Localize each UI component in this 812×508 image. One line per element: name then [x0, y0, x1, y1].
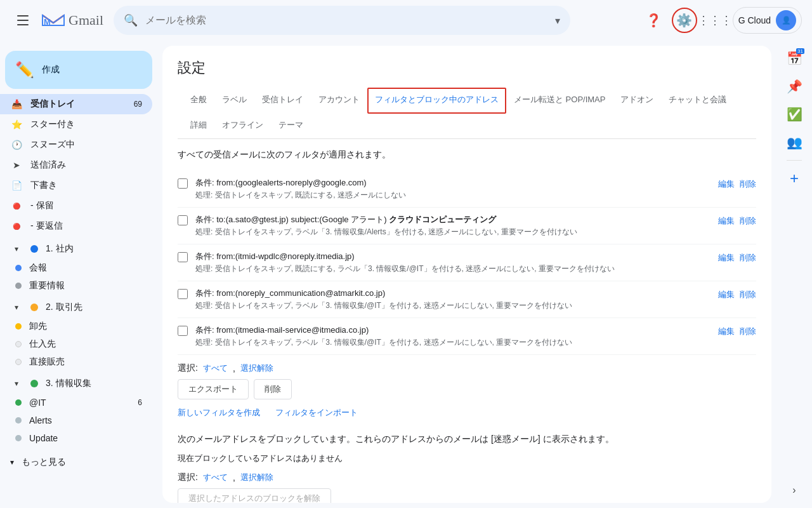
- block-select-label: 選択:: [178, 472, 198, 483]
- filter-4-content: 条件: from:(noreply_communication@atmarkit…: [195, 288, 708, 311]
- filter-4-delete[interactable]: 削除: [740, 289, 756, 300]
- star-icon: ⭐: [10, 118, 23, 131]
- sidebar-item-reserved[interactable]: 🔴 - 保留: [0, 196, 152, 216]
- sidebar-alerts-label: Alerts: [29, 415, 52, 425]
- block-section-title: 次のメールアドレスをブロックしています。これらのアドレスからのメールは [迷惑メ…: [178, 434, 756, 445]
- right-panel-divider: [787, 160, 802, 161]
- tab-inbox[interactable]: 受信トレイ: [254, 88, 311, 114]
- sidebar-item-important-info[interactable]: 重要情報: [0, 277, 152, 295]
- block-select-all-link[interactable]: すべて: [203, 472, 228, 483]
- expand-panel-button[interactable]: ›: [782, 478, 807, 503]
- filter-1-checkbox[interactable]: [178, 178, 188, 189]
- tasks-button[interactable]: ✅: [782, 102, 807, 127]
- sidebar-more-button[interactable]: ▾ もっと見る: [0, 452, 162, 472]
- sidebar-item-inbox[interactable]: 📥 受信トレイ 69: [0, 94, 152, 114]
- filter-3-condition: 条件: from:(itmid-wpdlc@noreply.itmedia.jp…: [195, 251, 708, 262]
- filter-5-checkbox[interactable]: [178, 326, 188, 336]
- sidebar-item-reply[interactable]: 🔴 - 要返信: [0, 216, 152, 236]
- tab-offline[interactable]: オフライン: [214, 113, 271, 139]
- kaiho-dot: [15, 265, 22, 271]
- delete-button[interactable]: 削除: [254, 379, 292, 399]
- inbox-icon: 📥: [10, 98, 23, 110]
- tab-labels[interactable]: ラベル: [214, 88, 254, 114]
- sidebar-group-company[interactable]: ▾ 1. 社内: [0, 239, 152, 259]
- tab-themes[interactable]: テーマ: [271, 113, 311, 139]
- sidebar-item-alerts[interactable]: Alerts: [0, 411, 152, 429]
- filter-section-title: すべての受信メールに次のフィルタが適用されます。: [178, 149, 756, 161]
- filter-1-delete[interactable]: 削除: [740, 178, 756, 190]
- tab-forwarding[interactable]: メール転送と POP/IMAP: [506, 88, 613, 114]
- sidebar-item-kaiho[interactable]: 会報: [0, 259, 152, 277]
- filter-5-content: 条件: from:(itmedia-mail-service@itmedia.c…: [195, 324, 708, 348]
- block-deselect-link[interactable]: 選択解除: [240, 472, 273, 483]
- filter-2-edit[interactable]: 編集: [718, 215, 735, 227]
- filter-3-edit[interactable]: 編集: [718, 252, 735, 264]
- sidebar-starred-label: スター付き: [30, 119, 142, 130]
- keep-button[interactable]: 📌: [782, 74, 807, 99]
- sidebar-supplier-label: 仕入先: [29, 338, 56, 350]
- tab-chat[interactable]: チャットと会議: [661, 88, 734, 114]
- menu-button[interactable]: [10, 8, 36, 33]
- main-layout: ✏️ 作成 📥 受信トレイ 69 ⭐ スター付き 🕐 スヌーズ中 ➤ 送信済み …: [0, 41, 812, 508]
- select-all-link[interactable]: すべて: [203, 363, 228, 374]
- filter-1-edit[interactable]: 編集: [718, 178, 735, 190]
- sidebar-item-supplier[interactable]: 仕入先: [0, 335, 152, 353]
- search-icon: 🔍: [124, 13, 138, 27]
- filter-3-links: 編集 削除: [718, 251, 756, 264]
- sidebar-group-info[interactable]: ▾ 3. 情報収集: [0, 373, 152, 394]
- filter-4-checkbox[interactable]: [178, 289, 188, 299]
- tab-general[interactable]: 全般: [183, 88, 214, 114]
- sidebar-item-direct[interactable]: 直接販売: [0, 353, 152, 371]
- settings-content: 設定 全般 ラベル 受信トレイ アカウント フィルタとブロック中のアドレス メー…: [162, 46, 771, 503]
- info-dot: [30, 380, 38, 387]
- filter-5-action: 処理: 受信トレイをスキップ, ラベル「3. 情報収集/@IT」を付ける, 迷惑…: [195, 337, 708, 348]
- filter-5-delete[interactable]: 削除: [740, 326, 756, 337]
- sidebar-item-wholesale[interactable]: 卸先: [0, 318, 152, 335]
- filter-1-content: 条件: from:(googlealerts-noreply@google.co…: [195, 177, 708, 201]
- export-button[interactable]: エクスポート: [178, 379, 249, 399]
- filter-3-delete[interactable]: 削除: [740, 252, 756, 264]
- filter-1-action: 処理: 受信トレイをスキップ, 既読にする, 迷惑メールにしない: [195, 190, 708, 201]
- filter-4-edit[interactable]: 編集: [718, 289, 735, 300]
- sidebar-item-update[interactable]: Update: [0, 429, 152, 447]
- filter-2-checkbox[interactable]: [178, 215, 188, 225]
- filter-3-checkbox[interactable]: [178, 252, 188, 262]
- sidebar-info-label: 3. 情報収集: [46, 378, 142, 389]
- sidebar-group-clients[interactable]: ▾ 2. 取引先: [0, 297, 152, 318]
- tab-filters[interactable]: フィルタとブロック中のアドレス: [367, 88, 506, 114]
- create-filter-link[interactable]: 新しいフィルタを作成: [178, 407, 260, 418]
- search-chevron-icon[interactable]: ▾: [555, 15, 560, 27]
- sidebar-item-starred[interactable]: ⭐ スター付き: [0, 114, 152, 135]
- sidebar-item-snoozed[interactable]: 🕐 スヌーズ中: [0, 135, 152, 155]
- contacts-button[interactable]: 👥: [782, 130, 807, 155]
- deselect-link[interactable]: 選択解除: [240, 363, 273, 374]
- compose-button[interactable]: ✏️ 作成: [5, 51, 152, 89]
- tab-addons[interactable]: アドオン: [613, 88, 661, 114]
- filter-2-delete[interactable]: 削除: [740, 215, 756, 227]
- select-label: 選択:: [178, 363, 198, 374]
- sidebar-clients-label: 2. 取引先: [46, 302, 142, 313]
- sidebar: ✏️ 作成 📥 受信トレイ 69 ⭐ スター付き 🕐 スヌーズ中 ➤ 送信済み …: [0, 41, 162, 508]
- search-input[interactable]: [145, 15, 547, 26]
- block-empty-text: 現在ブロックしているアドレスはありません: [178, 453, 756, 464]
- sidebar-item-sent[interactable]: ➤ 送信済み: [0, 155, 152, 175]
- search-bar[interactable]: 🔍 ▾: [114, 6, 570, 35]
- sidebar-drafts-label: 下書き: [30, 180, 142, 191]
- calendar-button[interactable]: 📅 31: [782, 46, 807, 71]
- filter-5-edit[interactable]: 編集: [718, 326, 735, 337]
- contacts-icon: 👥: [787, 135, 802, 150]
- tab-accounts[interactable]: アカウント: [311, 88, 367, 114]
- sidebar-item-at-it[interactable]: @IT 6: [0, 394, 152, 411]
- settings-button[interactable]: ⚙️: [672, 8, 697, 33]
- tab-advanced[interactable]: 詳細: [183, 113, 214, 139]
- apps-button[interactable]: ⋮⋮⋮: [702, 8, 728, 33]
- add-panel-button[interactable]: +: [782, 166, 807, 191]
- settings-body: すべての受信メールに次のフィルタが適用されます。 条件: from:(googl…: [162, 139, 771, 503]
- account-button[interactable]: G Cloud 👤: [733, 7, 802, 34]
- help-button[interactable]: ❓: [641, 8, 667, 33]
- filter-1-links: 編集 削除: [718, 177, 756, 190]
- sidebar-item-drafts[interactable]: 📄 下書き: [0, 175, 152, 196]
- compose-label: 作成: [42, 64, 60, 76]
- import-filter-link[interactable]: フィルタをインポート: [275, 407, 358, 418]
- unblock-button[interactable]: 選択したアドレスのブロックを解除: [178, 488, 331, 503]
